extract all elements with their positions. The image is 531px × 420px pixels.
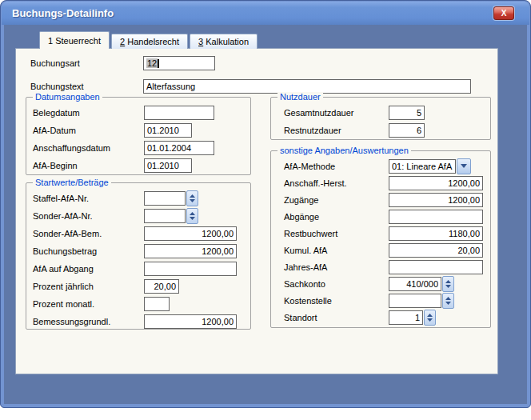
tab-handelsrecht[interactable]: 2 Handelsrecht [111,34,188,49]
tab-label: 1 Steuerrecht [48,36,101,46]
group-title: Startwerte/Beträge [33,178,111,187]
afa-datum-label: AfA-Datum [33,126,144,135]
sonder-afa-nr-spinner[interactable] [186,208,198,224]
form-row: AfA auf Abgang [26,260,250,278]
chevron-down-icon [461,164,467,168]
group-startwerte: Startwerte/Beträge Staffel-AfA-Nr. Sonde… [26,182,251,330]
form-row: AfA-Beginn [26,157,250,174]
form-row: Zugänge [271,191,490,208]
form-row: Prozent jährlich [26,278,250,295]
bemessungsgrundl-input[interactable] [144,314,237,329]
staffel-afa-nr-label: Staffel-AfA-Nr. [33,194,144,203]
afa-auf-abgang-input[interactable] [144,262,237,276]
buchungsbetrag-input[interactable] [144,244,237,258]
gesamtnutzdauer-input[interactable] [389,106,425,120]
standort-input[interactable] [389,310,423,325]
anschaff-herst-label: Anschaff.-Herst. [284,178,389,188]
kostenstelle-input[interactable] [389,294,441,308]
jahres-afa-label: Jahres-AfA [284,262,389,272]
afa-datum-input[interactable] [144,123,192,138]
form-row: Restnutzdauer [271,122,490,139]
sonder-afa-nr-label: Sonder-AfA-Nr. [33,211,144,221]
kostenstelle-spinner[interactable] [442,293,454,309]
afa-methode-combobox[interactable] [389,158,471,174]
prozent-jaehrlich-input[interactable] [144,279,179,294]
form-row: Abgänge [271,208,490,225]
group-title: Datumsangaben [33,92,102,102]
form-row: Belegdatum [26,104,250,122]
form-row: Buchungsbetrag [26,242,250,260]
buchungstext-label: Buchungstext [30,82,143,91]
restbuchwert-input[interactable] [389,226,483,241]
zugaenge-input[interactable] [389,193,483,207]
sonder-afa-bem-label: Sonder-AfA-Bem. [33,229,144,238]
close-button[interactable]: X [493,6,514,20]
afa-methode-label: AfA-Methode [284,162,389,171]
selected-text: 12 [146,58,158,68]
buchungsart-input[interactable]: 12 [143,56,215,70]
restnutzdauer-label: Restnutzdauer [284,126,389,135]
tab-page-steuerrecht: Buchungsart 12 Buchungstext Datumsangabe… [15,48,498,374]
tab-steuerrecht[interactable]: 1 Steuerrecht [39,31,110,49]
zugaenge-label: Zugänge [284,195,389,205]
tab-label: Kalkulation [203,37,249,46]
tab-kalkulation[interactable]: 3 Kalkulation [190,34,258,49]
afa-beginn-input[interactable] [144,158,192,173]
form-row: AfA-Methode [271,158,490,174]
spinner-icon [427,314,433,322]
form-row: Sachkonto [271,275,490,292]
afa-auf-abgang-label: AfA auf Abgang [33,264,144,274]
window-title: Buchungs-Detailinfo [12,7,114,19]
restbuchwert-label: Restbuchwert [284,229,389,238]
spinner-icon [445,280,451,288]
sonder-afa-nr-input[interactable] [144,209,186,223]
abgaenge-input[interactable] [389,210,483,224]
spinner-icon [190,194,195,202]
prozent-jaehrlich-label: Prozent jährlich [33,282,144,291]
sonder-afa-bem-input[interactable] [144,226,237,241]
group-title: Nutzdauer [277,92,323,102]
buchungsbetrag-label: Buchungsbetrag [33,246,144,256]
kostenstelle-label: Kostenstelle [284,296,389,306]
staffel-afa-nr-input[interactable] [144,191,186,206]
standort-spinner[interactable] [424,310,436,326]
belegdatum-input[interactable] [144,106,214,120]
belegdatum-label: Belegdatum [33,108,144,118]
form-row: Staffel-AfA-Nr. [26,190,250,207]
tab-label: Handelsrecht [125,37,179,46]
form-row: Restbuchwert [271,225,490,242]
afa-methode-dropdown-button[interactable] [457,158,471,174]
jahres-afa-input[interactable] [389,260,483,274]
kumul-afa-input[interactable] [389,243,483,258]
title-bar[interactable]: Buchungs-Detailinfo [2,2,529,25]
form-row: Gesamtnutzdauer [271,104,490,122]
form-row: Anschaffungsdatum [26,139,250,157]
sachkonto-spinner[interactable] [442,276,454,292]
form-row: Kostenstelle [271,292,490,309]
form-row: Standort [271,309,490,326]
close-icon: X [501,9,507,18]
afa-methode-input[interactable] [389,159,456,174]
form-row: AfA-Datum [26,122,250,139]
anschaff-herst-input[interactable] [389,176,483,190]
sachkonto-input[interactable] [389,277,441,291]
anschaffungsdatum-label: Anschaffungsdatum [33,143,144,153]
group-sonstige: sonstige Angaben/Auswertungen AfA-Method… [270,150,491,328]
abgaenge-label: Abgänge [284,212,389,222]
form-row: Anschaff.-Herst. [271,174,490,191]
staffel-afa-nr-spinner[interactable] [186,190,198,206]
gesamtnutzdauer-label: Gesamtnutzdauer [284,108,389,118]
form-row: Sonder-AfA-Nr. [26,207,250,225]
standort-label: Standort [284,313,389,322]
buchungsart-label: Buchungsart [30,58,143,68]
prozent-monatl-label: Prozent monatl. [33,299,144,309]
form-row: Sonder-AfA-Bem. [26,225,250,242]
form-row: Buchungsart 12 [30,54,497,72]
anschaffungsdatum-input[interactable] [144,141,214,155]
form-row: Kumul. AfA [271,242,490,258]
bemessungsgrundl-label: Bemessungsgrundl. [33,317,144,326]
group-datumsangaben: Datumsangaben Belegdatum AfA-Datum Ansch… [26,97,251,175]
prozent-monatl-input[interactable] [144,297,170,311]
text-caret [158,59,159,68]
restnutzdauer-input[interactable] [389,123,425,138]
